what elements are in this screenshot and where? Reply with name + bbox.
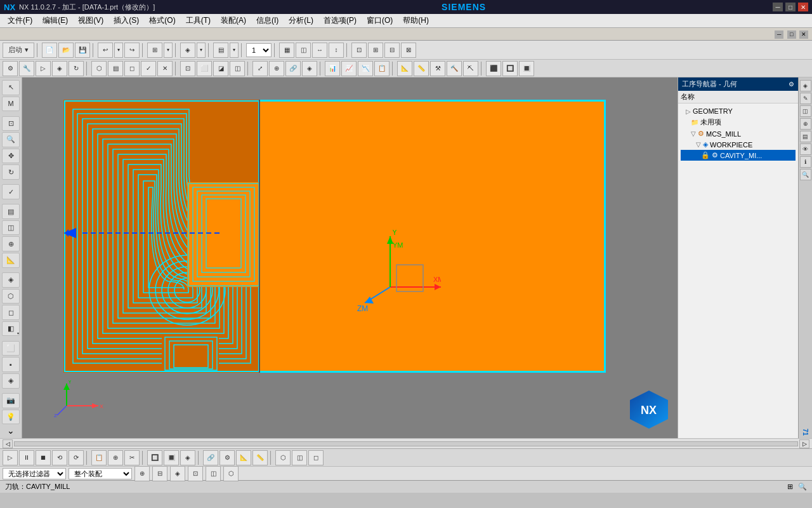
selection-filter-dropdown[interactable]: 无选择过滤器 bbox=[3, 468, 66, 479]
snap-button[interactable]: ⊞ bbox=[147, 43, 162, 58]
lt-edge[interactable]: ◻ bbox=[2, 305, 20, 320]
nav-scroll-left[interactable]: ◁ bbox=[3, 439, 13, 448]
menu-view[interactable]: 视图(V) bbox=[73, 14, 108, 27]
cam-btn8[interactable]: ◻ bbox=[124, 61, 140, 76]
lt-zoom-fit[interactable]: ⊡ bbox=[2, 116, 20, 131]
bt-btn13[interactable]: ⚙ bbox=[219, 450, 235, 465]
nav-scrollbar[interactable] bbox=[14, 441, 798, 446]
cam-btn12[interactable]: ⬜ bbox=[197, 61, 212, 76]
bt-btn6[interactable]: 📋 bbox=[91, 450, 107, 465]
cam-btn10[interactable]: ✕ bbox=[157, 61, 173, 76]
bt-btn16[interactable]: ⬡ bbox=[275, 450, 291, 465]
nav-geometry[interactable]: ▷ GEOMETRY bbox=[681, 106, 796, 116]
fr-btn8[interactable]: 🔍 bbox=[800, 169, 811, 180]
lt-view-top[interactable]: ▪ bbox=[2, 357, 20, 372]
cam-btn9[interactable]: ✓ bbox=[141, 61, 156, 76]
layer-button[interactable]: ▤ bbox=[213, 43, 228, 58]
lt-btn-b[interactable]: ◧▾ bbox=[2, 321, 20, 337]
bt-btn8[interactable]: ✂ bbox=[124, 450, 140, 465]
menu-help[interactable]: 帮助(H) bbox=[398, 14, 434, 27]
cam-btn2[interactable]: 🔧 bbox=[19, 61, 34, 76]
lt-view3d[interactable]: M bbox=[2, 97, 20, 112]
menu-file[interactable]: 文件(F) bbox=[3, 14, 37, 27]
inner-close[interactable]: ✕ bbox=[799, 30, 808, 39]
nav-unused[interactable]: 📁 未用项 bbox=[681, 116, 796, 128]
lt-rotate[interactable]: ↻ bbox=[2, 164, 20, 180]
lt-body[interactable]: ⬡ bbox=[2, 289, 20, 304]
start-button[interactable]: 启动 ▾ bbox=[3, 43, 34, 58]
menu-tools[interactable]: 工具(T) bbox=[181, 14, 216, 27]
bt-btn15[interactable]: 📏 bbox=[252, 450, 268, 465]
open-button[interactable]: 📂 bbox=[58, 43, 74, 58]
bt-btn17[interactable]: ◫ bbox=[292, 450, 307, 465]
menu-edit[interactable]: 编辑(E) bbox=[37, 14, 73, 27]
fr-btn4[interactable]: ⊕ bbox=[800, 118, 811, 130]
filter-btn6[interactable]: ⬡ bbox=[223, 466, 239, 481]
fr-btn3[interactable]: ◫ bbox=[800, 105, 811, 117]
nav-scroll-right[interactable]: ▷ bbox=[799, 439, 809, 448]
menu-analysis[interactable]: 分析(L) bbox=[284, 14, 318, 27]
filter-btn3[interactable]: ◈ bbox=[170, 466, 185, 481]
lt-layer[interactable]: ▤ bbox=[2, 204, 20, 219]
minimize-button[interactable]: ─ bbox=[773, 3, 783, 11]
nav-mcs-mill[interactable]: ▽ ⚙ MCS_MILL bbox=[681, 128, 796, 139]
lt-select[interactable]: ↖ bbox=[2, 80, 20, 95]
cam-btn15[interactable]: ⤢ bbox=[252, 61, 268, 76]
cam-btn4[interactable]: ◈ bbox=[52, 61, 67, 76]
menu-window[interactable]: 窗口(O) bbox=[362, 14, 398, 27]
fr-btn2[interactable]: ✎ bbox=[800, 93, 811, 104]
bt-btn5[interactable]: ⟳ bbox=[69, 450, 84, 465]
lt-face[interactable]: ◈ bbox=[2, 272, 20, 288]
cam-btn29[interactable]: 🔲 bbox=[502, 61, 518, 76]
fr-btn7[interactable]: ℹ bbox=[800, 156, 811, 168]
filter-btn4[interactable]: ⊡ bbox=[188, 466, 203, 481]
menu-info[interactable]: 信息(I) bbox=[251, 14, 284, 27]
bt-btn4[interactable]: ⟲ bbox=[52, 450, 67, 465]
save-button[interactable]: 💾 bbox=[75, 43, 90, 58]
undo-button[interactable]: ↩ bbox=[98, 43, 113, 58]
fr-btn6[interactable]: 👁 bbox=[800, 144, 811, 155]
cam-btn11[interactable]: ⊡ bbox=[180, 61, 195, 76]
render-dropdown[interactable]: ▾ bbox=[197, 43, 206, 58]
menu-insert[interactable]: 插入(S) bbox=[108, 14, 144, 27]
cam-btn14[interactable]: ◫ bbox=[230, 61, 245, 76]
cam-btn5[interactable]: ↻ bbox=[69, 61, 84, 76]
lt-camera[interactable]: 📷 bbox=[2, 393, 20, 408]
filter-btn5[interactable]: ◫ bbox=[206, 466, 221, 481]
cam-btn3[interactable]: ▷ bbox=[36, 61, 51, 76]
cam-btn30[interactable]: 🔳 bbox=[519, 61, 534, 76]
menu-preferences[interactable]: 首选项(P) bbox=[318, 14, 362, 27]
view-dropdown[interactable]: 1 2 4 bbox=[246, 43, 272, 57]
render-button[interactable]: ◈ bbox=[180, 43, 195, 58]
cam-btn27[interactable]: ⛏ bbox=[463, 61, 478, 76]
bt-btn1[interactable]: ▷ bbox=[3, 450, 18, 465]
filter-btn2[interactable]: ⊟ bbox=[152, 466, 167, 481]
cam-btn25[interactable]: ⚒ bbox=[430, 61, 445, 76]
viewport[interactable]: X Y ZM XM YM X Y Z bbox=[22, 77, 678, 438]
lt-collapse[interactable]: ⌄ bbox=[7, 425, 15, 436]
inner-minimize[interactable]: ─ bbox=[775, 30, 783, 39]
cam-btn23[interactable]: 📐 bbox=[397, 61, 412, 76]
bt-btn14[interactable]: 📐 bbox=[236, 450, 251, 465]
snap-dropdown[interactable]: ▾ bbox=[164, 43, 173, 58]
misc-btn1[interactable]: ⊡ bbox=[351, 43, 367, 58]
layer-dropdown[interactable]: ▾ bbox=[230, 43, 239, 58]
assembly-dropdown[interactable]: 整个装配 bbox=[69, 468, 132, 479]
cam-btn21[interactable]: 📉 bbox=[358, 61, 373, 76]
cam-btn6[interactable]: ⬡ bbox=[91, 61, 107, 76]
undo-dropdown[interactable]: ▾ bbox=[114, 43, 123, 58]
view-btn1[interactable]: ▦ bbox=[279, 43, 294, 58]
fr-btn1[interactable]: ◈ bbox=[800, 80, 811, 91]
cam-btn1[interactable]: ⚙ bbox=[3, 61, 18, 76]
fr-expand-btn[interactable]: 71 bbox=[802, 429, 809, 436]
misc-btn2[interactable]: ⊞ bbox=[368, 43, 383, 58]
menu-assembly[interactable]: 装配(A) bbox=[216, 14, 251, 27]
misc-btn3[interactable]: ⊟ bbox=[384, 43, 400, 58]
lt-pan[interactable]: ✥ bbox=[2, 149, 20, 164]
maximize-button[interactable]: □ bbox=[785, 3, 796, 11]
cam-btn13[interactable]: ◪ bbox=[213, 61, 228, 76]
cam-btn19[interactable]: 📊 bbox=[325, 61, 340, 76]
bt-btn10[interactable]: 🔳 bbox=[164, 450, 179, 465]
bt-btn11[interactable]: ◈ bbox=[180, 450, 195, 465]
cam-btn26[interactable]: 🔨 bbox=[447, 61, 462, 76]
